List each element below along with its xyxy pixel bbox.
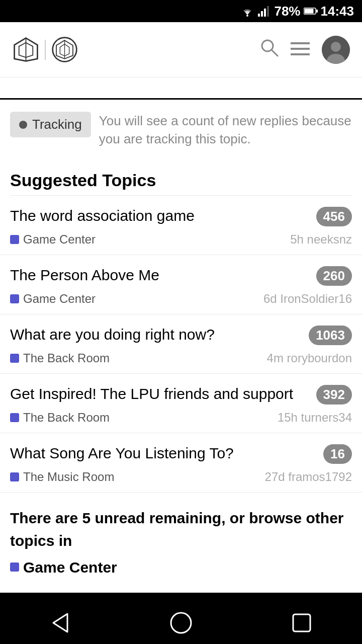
svg-point-0 [246, 15, 248, 17]
category-label: The Back Room [23, 411, 110, 425]
recents-button[interactable] [287, 608, 317, 638]
reply-count: 260 [316, 266, 352, 286]
topic-info: 4m rorybourdon [267, 351, 352, 365]
tracking-section: Tracking You will see a count of new rep… [0, 100, 362, 160]
back-button[interactable] [45, 608, 75, 638]
status-bar: 78% 14:43 [0, 0, 362, 22]
topic-item[interactable]: What are you doing right now? 1063 The B… [0, 314, 362, 374]
topic-item[interactable]: What Song Are You Listening To? 16 The M… [0, 433, 362, 493]
topic-category: Game Center [10, 232, 96, 247]
reply-count: 392 [316, 385, 352, 405]
svg-rect-7 [316, 10, 318, 13]
topic-meta: The Music Room 27d framos1792 [10, 470, 352, 484]
topic-category: The Music Room [10, 470, 114, 484]
topic-title: The Person Above Me [10, 265, 310, 285]
suggested-topics-heading: Suggested Topics [0, 160, 362, 195]
category-dot-icon [10, 472, 19, 481]
category-label: The Music Room [23, 470, 114, 484]
home-button[interactable] [166, 608, 196, 638]
tracking-label: Tracking [32, 117, 82, 132]
topic-meta: Game Center 6d IronSoldier16 [10, 292, 352, 306]
svg-rect-4 [267, 6, 269, 17]
svg-line-16 [272, 50, 278, 56]
header-actions [259, 36, 350, 64]
time-text: 14:43 [321, 4, 354, 19]
reply-count: 16 [323, 444, 352, 464]
avatar[interactable] [322, 36, 350, 64]
topic-title: What are you doing right now? [10, 325, 303, 344]
category-dot-icon [10, 294, 19, 303]
search-icon[interactable] [259, 38, 279, 61]
tracking-dot-icon [19, 121, 27, 129]
topic-item[interactable]: Get Inspired! The LPU friends and suppor… [0, 374, 362, 433]
category-dot-icon [10, 235, 19, 244]
svg-rect-3 [264, 9, 266, 17]
lp-logo-1 [12, 36, 40, 63]
category-label: Game Center [23, 292, 96, 306]
unread-section: There are 5 unread remaining, or browse … [0, 493, 362, 593]
lp-logo-2 [51, 36, 78, 63]
topic-title: Get Inspired! The LPU friends and suppor… [10, 384, 310, 404]
topics-list: The word association game 456 Game Cente… [0, 196, 362, 493]
logo [12, 36, 78, 63]
topic-info: 5h neeksnz [290, 232, 352, 247]
tracking-badge[interactable]: Tracking [10, 112, 91, 137]
topic-info: 15h turners34 [278, 411, 352, 425]
game-center-tag[interactable]: Game Center [10, 556, 117, 579]
svg-rect-2 [261, 11, 263, 17]
svg-rect-1 [258, 14, 260, 17]
logo-divider [45, 40, 46, 60]
topic-meta: The Back Room 15h turners34 [10, 411, 352, 425]
header [0, 22, 362, 77]
unread-text: There are 5 unread remaining, or browse … [10, 507, 352, 552]
category-label: The Back Room [23, 351, 110, 365]
topic-meta: Game Center 5h neeksnz [10, 232, 352, 247]
svg-marker-23 [53, 614, 67, 632]
battery-text: 78% [274, 4, 300, 19]
topic-category: The Back Room [10, 411, 110, 425]
game-center-dot-icon [10, 562, 19, 572]
reply-count: 1063 [309, 326, 352, 345]
active-tab [261, 77, 362, 100]
topic-item[interactable]: The Person Above Me 260 Game Center 6d I… [0, 255, 362, 314]
topic-category: Game Center [10, 292, 96, 306]
tab-area [0, 77, 362, 100]
bottom-nav [0, 593, 362, 644]
category-dot-icon [10, 354, 19, 363]
category-dot-icon [10, 413, 19, 422]
topic-category: The Back Room [10, 351, 110, 365]
category-label: Game Center [23, 232, 96, 247]
svg-rect-25 [293, 614, 310, 631]
topic-title: What Song Are You Listening To? [10, 443, 317, 463]
svg-point-21 [331, 42, 341, 52]
menu-icon[interactable] [291, 39, 310, 60]
game-center-label: Game Center [23, 556, 117, 579]
svg-rect-6 [304, 9, 313, 14]
topic-item[interactable]: The word association game 456 Game Cente… [0, 196, 362, 255]
reply-count: 456 [316, 207, 352, 226]
topic-info: 6d IronSoldier16 [263, 292, 352, 306]
tracking-description: You will see a count of new replies beca… [99, 112, 352, 148]
topic-title: The word association game [10, 206, 310, 225]
topic-meta: The Back Room 4m rorybourdon [10, 351, 352, 365]
topic-info: 27d framos1792 [265, 470, 352, 484]
svg-point-24 [171, 613, 191, 633]
